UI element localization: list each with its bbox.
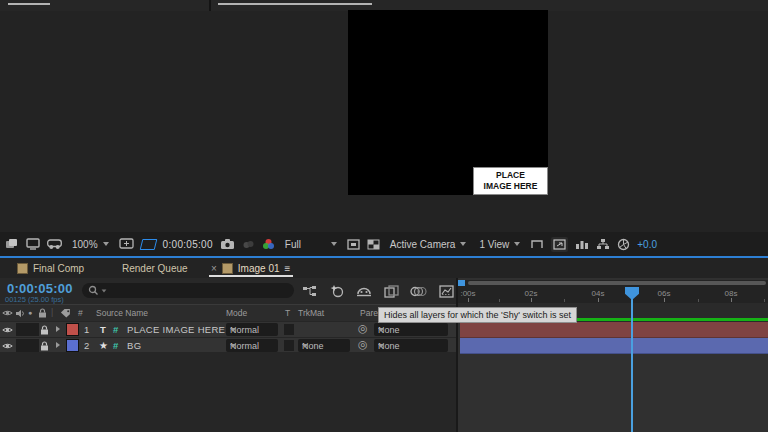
target-region-icon[interactable]: [347, 239, 360, 250]
comp-flow-icon[interactable]: [596, 238, 610, 250]
lock-icon[interactable]: [40, 341, 49, 351]
column-divider: |: [51, 307, 53, 317]
3d-view-value: Active Camera: [390, 239, 456, 250]
layer-name[interactable]: BG: [127, 340, 141, 351]
label-swatch[interactable]: [66, 323, 79, 336]
trkmat-dropdown[interactable]: None: [298, 339, 350, 352]
tab-final-comp[interactable]: Final Comp: [17, 258, 84, 278]
parent-pick-whip-icon[interactable]: ◎: [358, 338, 368, 351]
preserve-transparency-toggle[interactable]: [284, 340, 294, 351]
star-icon: ★: [99, 340, 108, 351]
layer-bar-2[interactable]: [460, 338, 768, 354]
close-tab-icon[interactable]: ×: [211, 263, 217, 274]
layer-number: 1: [84, 324, 89, 335]
shy-icon[interactable]: [356, 285, 372, 298]
chevron-down-icon: [230, 328, 236, 332]
video-column-icon: [2, 309, 13, 317]
graph-editor-icon[interactable]: [439, 285, 454, 298]
search-options-icon[interactable]: [102, 289, 107, 292]
parent-dropdown[interactable]: None: [374, 323, 448, 336]
place-image-here-box[interactable]: PLACE IMAGE HERE: [473, 167, 548, 195]
always-preview-icon[interactable]: [5, 238, 19, 250]
chevron-down-icon: [302, 344, 308, 348]
magnification-dropdown[interactable]: 100%: [69, 237, 112, 252]
column-source-name[interactable]: Source Name: [96, 308, 148, 318]
column-t[interactable]: T: [285, 308, 290, 318]
panel-tab-underline-right: [218, 3, 372, 5]
preserve-transparency-toggle[interactable]: [284, 324, 294, 335]
region-of-interest-icon[interactable]: [141, 239, 156, 250]
pixel-aspect-correction-icon[interactable]: [551, 237, 568, 252]
frame-info: 00125 (25.00 fps): [5, 295, 64, 304]
current-time-display[interactable]: 0:00:05:00: [7, 281, 73, 296]
playhead-line[interactable]: [631, 287, 633, 432]
3d-view-dropdown[interactable]: Active Camera: [387, 237, 470, 252]
parent-dropdown[interactable]: None: [374, 339, 448, 352]
column-hash[interactable]: #: [78, 308, 83, 318]
nav-start-handle[interactable]: [458, 280, 465, 286]
tab-label: Render Queue: [122, 263, 188, 274]
lock-icon[interactable]: [40, 325, 49, 335]
transparency-grid-icon[interactable]: [367, 239, 380, 250]
solo-column-icon: ●: [28, 309, 32, 316]
viewer-timecode[interactable]: 0:00:05:00: [163, 239, 213, 250]
vr-goggles-icon[interactable]: [47, 239, 62, 250]
column-trkmat[interactable]: TrkMat: [298, 308, 324, 318]
label-swatch[interactable]: [66, 339, 79, 352]
layer-row-2[interactable]: 2 ★ # BG Normal None ◎ None: [0, 338, 456, 353]
timeline-toggle-icons: [302, 282, 454, 300]
mask-visibility-icon[interactable]: [530, 239, 544, 250]
snapshot-camera-icon[interactable]: [220, 238, 235, 250]
fast-previews-icon[interactable]: [575, 239, 589, 250]
column-mode[interactable]: Mode: [226, 308, 247, 318]
timeline-track-area[interactable]: :00s 02s 04s 06s 08s: [458, 278, 768, 432]
layer-name[interactable]: PLACE IMAGE HERE: [127, 324, 225, 335]
layer-row-1[interactable]: 1 T # PLACE IMAGE HERE Normal ◎ None: [0, 322, 456, 337]
chevron-down-icon: [514, 242, 520, 246]
time-ruler[interactable]: :00s 02s 04s 06s 08s: [458, 287, 768, 303]
resolution-dropdown[interactable]: Full: [282, 237, 340, 252]
timeline-tab-bar: Final Comp Render Queue × Image 01 ≡: [0, 258, 768, 278]
mini-flowchart-icon[interactable]: [302, 285, 318, 298]
exposure-value[interactable]: +0.0: [637, 239, 657, 250]
magnification-value: 100%: [72, 239, 98, 250]
exposure-icon[interactable]: [617, 238, 630, 251]
blend-mode-dropdown[interactable]: Normal: [226, 323, 278, 336]
ruler-label: 08s: [725, 289, 738, 298]
show-channel-icon[interactable]: [262, 238, 275, 250]
grid-and-guides-icon[interactable]: [119, 238, 134, 250]
audio-column-icon: [15, 309, 25, 318]
eye-icon[interactable]: [2, 342, 13, 350]
lock-column-icon: [38, 308, 47, 318]
audio-solo-wells[interactable]: [16, 323, 39, 336]
grid-icon: #: [113, 324, 118, 335]
expand-arrow-icon[interactable]: [56, 342, 60, 348]
show-snapshot-icon[interactable]: [242, 239, 255, 250]
layer-bar-1[interactable]: [460, 322, 768, 338]
motion-blur-icon[interactable]: [410, 285, 427, 298]
resolution-value: Full: [285, 239, 301, 250]
layer-list-empty-area[interactable]: [0, 352, 456, 432]
panel-menu-icon[interactable]: ≡: [285, 263, 290, 274]
timeline-search-input[interactable]: [82, 283, 294, 298]
expand-arrow-icon[interactable]: [56, 326, 60, 332]
comp-panel-toolbar: 100% 0:00:05:00 Full Active Camera 1 Vie…: [0, 232, 768, 256]
tab-label: Final Comp: [33, 263, 84, 274]
composition-icon: [17, 263, 28, 274]
timeline-scrollbar[interactable]: [468, 281, 766, 285]
label-column-icon: [60, 308, 72, 318]
placeholder-line-1: PLACE: [474, 170, 547, 181]
chevron-down-icon: [331, 242, 337, 246]
eye-icon[interactable]: [2, 326, 13, 334]
layer-number: 2: [84, 340, 89, 351]
frame-blending-icon[interactable]: [384, 285, 399, 298]
view-layout-dropdown[interactable]: 1 View: [476, 237, 523, 252]
draft-3d-icon[interactable]: [330, 284, 345, 298]
view-layout-value: 1 View: [479, 239, 509, 250]
blend-mode-dropdown[interactable]: Normal: [226, 339, 278, 352]
tab-render-queue[interactable]: Render Queue: [122, 258, 188, 278]
parent-pick-whip-icon[interactable]: ◎: [358, 322, 368, 335]
monitor-icon[interactable]: [26, 238, 40, 250]
audio-solo-wells[interactable]: [16, 339, 39, 352]
composition-canvas[interactable]: PLACE IMAGE HERE: [348, 10, 548, 195]
